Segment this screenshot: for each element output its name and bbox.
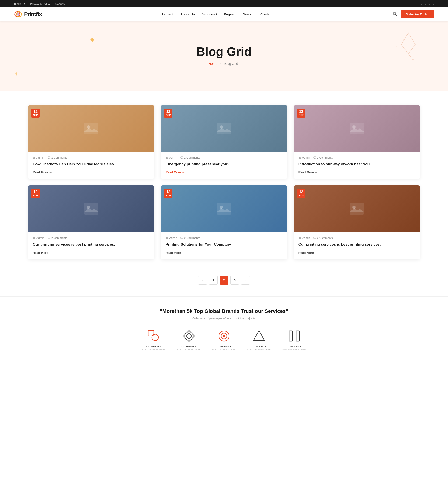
brand-name: COMPANY bbox=[217, 345, 231, 348]
brand-tagline: TAGLINE GOES HERE bbox=[177, 349, 201, 351]
brand-icon bbox=[252, 329, 266, 344]
author-meta: Admin bbox=[33, 156, 44, 159]
card-image: 12 Sep bbox=[161, 105, 287, 152]
page-1-button[interactable]: 1 bbox=[209, 276, 218, 285]
chevron-down-icon: ▾ bbox=[24, 2, 26, 5]
comment-icon bbox=[48, 236, 50, 239]
svg-line-3 bbox=[395, 15, 397, 16]
image-placeholder bbox=[161, 105, 287, 152]
vimeo-icon[interactable]:  bbox=[433, 2, 434, 5]
page-3-button[interactable]: 3 bbox=[230, 276, 239, 285]
svg-rect-41 bbox=[314, 237, 316, 239]
blog-card: 12 Sep Admin 2 Comments bbox=[28, 105, 154, 179]
breadcrumb-current: Blog Grid bbox=[224, 62, 238, 66]
brand-tagline: TAGLINE GOES HERE bbox=[142, 349, 166, 351]
breadcrumb: Home › Blog Grid bbox=[209, 62, 239, 66]
image-icon bbox=[84, 203, 98, 215]
brand-icon bbox=[146, 329, 161, 344]
svg-rect-11 bbox=[48, 157, 50, 158]
svg-marker-46 bbox=[183, 330, 195, 341]
date-badge: 12 Sep bbox=[297, 108, 306, 118]
pagination: « 1 2 3 » bbox=[0, 269, 448, 296]
header: Printfix Home + About Us Services + Page… bbox=[0, 7, 448, 21]
svg-rect-55 bbox=[296, 331, 299, 341]
language-selector[interactable]: English ▾ bbox=[14, 2, 26, 5]
card-meta: Admin 2 Comments bbox=[33, 156, 149, 159]
nav-pages[interactable]: Pages + bbox=[224, 12, 236, 16]
user-icon bbox=[166, 156, 168, 159]
language-label: English bbox=[14, 2, 23, 5]
facebook-icon[interactable]:  bbox=[421, 2, 422, 5]
home-dropdown-icon: + bbox=[172, 12, 174, 16]
pinterest-icon[interactable]:  bbox=[429, 2, 430, 5]
brand-icon bbox=[217, 329, 231, 344]
brand-logo: COMPANY TAGLINE GOES HERE bbox=[282, 329, 306, 351]
read-more-link[interactable]: Read More → bbox=[299, 251, 318, 254]
date-month: Sep bbox=[166, 114, 171, 117]
author-meta: Admin bbox=[166, 156, 177, 159]
card-title: Our printing services is best printing s… bbox=[33, 242, 149, 247]
blog-card: 12 Sep Admin 2 Comments bbox=[294, 185, 420, 259]
page-last-button[interactable]: » bbox=[241, 276, 250, 285]
svg-marker-47 bbox=[186, 333, 192, 339]
date-month: Sep bbox=[33, 194, 38, 197]
card-image: 12 Sep bbox=[28, 185, 154, 232]
card-image: 12 Sep bbox=[161, 185, 287, 232]
privacy-policy-link[interactable]: Privacy & Policy bbox=[30, 2, 50, 5]
comment-icon bbox=[313, 236, 316, 239]
card-title: Emergency printing pressnear you? bbox=[166, 162, 282, 167]
read-more-link[interactable]: Read More → bbox=[33, 251, 52, 254]
svg-rect-25 bbox=[84, 203, 98, 215]
make-order-button[interactable]: Make An Order bbox=[401, 10, 434, 18]
blog-card: 12 Sep Admin 2 Comments bbox=[294, 105, 420, 179]
svg-rect-35 bbox=[181, 237, 183, 239]
nav-news[interactable]: News + bbox=[243, 12, 254, 16]
comments-meta: 2 Comments bbox=[48, 156, 67, 159]
brands-subtitle: Variations of passages of lorem but the … bbox=[14, 317, 434, 320]
nav-contact[interactable]: Contact bbox=[260, 12, 272, 16]
svg-line-5 bbox=[408, 54, 413, 60]
svg-marker-4 bbox=[401, 33, 415, 54]
date-badge: 12 Sep bbox=[31, 189, 40, 198]
user-icon bbox=[33, 236, 35, 239]
breadcrumb-home[interactable]: Home bbox=[209, 62, 217, 66]
twitter-icon[interactable]:  bbox=[425, 2, 426, 5]
svg-point-6 bbox=[412, 59, 414, 61]
pages-dropdown-icon: + bbox=[234, 12, 236, 16]
card-body: Admin 2 Comments How Chatbots Can Help Y… bbox=[28, 152, 154, 179]
image-icon bbox=[217, 203, 231, 215]
page-first-button[interactable]: « bbox=[198, 276, 207, 285]
comments-meta: 2 Comments bbox=[313, 236, 333, 240]
nav-services[interactable]: Services + bbox=[201, 12, 218, 16]
card-meta: Admin 2 Comments bbox=[299, 236, 415, 240]
svg-rect-54 bbox=[289, 331, 292, 341]
card-body: Admin 2 Comments Introduction to our way… bbox=[294, 152, 420, 179]
brand-tagline: TAGLINE GOES HERE bbox=[282, 349, 306, 351]
read-more-link[interactable]: Read More → bbox=[166, 171, 185, 174]
svg-point-38 bbox=[352, 206, 356, 209]
card-meta: Admin 2 Comments bbox=[33, 236, 149, 240]
nav-about[interactable]: About Us bbox=[180, 12, 195, 16]
user-icon bbox=[299, 236, 301, 239]
card-body: Admin 2 Comments Emergency printing pres… bbox=[161, 152, 287, 179]
svg-marker-36 bbox=[181, 239, 182, 239]
brand-tagline: TAGLINE GOES HERE bbox=[212, 349, 236, 351]
brand-icon bbox=[182, 329, 196, 344]
page-2-button[interactable]: 2 bbox=[220, 276, 228, 285]
search-icon bbox=[393, 12, 397, 16]
read-more-link[interactable]: Read More → bbox=[299, 171, 318, 174]
author-meta: Admin bbox=[299, 236, 310, 240]
card-meta: Admin 2 Comments bbox=[166, 156, 282, 159]
deco-star-large: ✦ bbox=[89, 35, 96, 45]
nav-home[interactable]: Home + bbox=[162, 12, 174, 16]
brand-name: COMPANY bbox=[252, 345, 266, 348]
careers-link[interactable]: Careers bbox=[55, 2, 65, 5]
logo[interactable]: Printfix bbox=[14, 10, 42, 18]
author-meta: Admin bbox=[299, 156, 310, 159]
date-day: 12 bbox=[166, 190, 171, 194]
read-more-link[interactable]: Read More → bbox=[33, 171, 52, 174]
date-badge: 12 Sep bbox=[297, 189, 306, 198]
deco-kite bbox=[392, 31, 425, 61]
search-button[interactable] bbox=[393, 12, 397, 17]
read-more-link[interactable]: Read More → bbox=[166, 251, 185, 254]
